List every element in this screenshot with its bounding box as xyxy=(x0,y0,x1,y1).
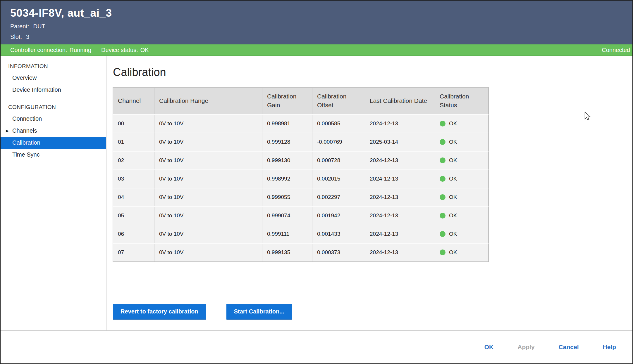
main-panel: Calibration Channel Calibration Range Ca… xyxy=(106,56,632,331)
controller-connection-status: Controller connection:Running xyxy=(10,47,91,53)
table-row: 00 0V to 10V 0.998981 0.000585 2024-12-1… xyxy=(113,115,488,133)
section-title-information: INFORMATION xyxy=(1,60,106,72)
status-ok-icon xyxy=(440,249,445,255)
status-ok-icon xyxy=(440,139,445,145)
table-row: 05 0V to 10V 0.999074 0.001942 2024-12-1… xyxy=(113,207,488,225)
table-row: 03 0V to 10V 0.998992 0.002015 2024-12-1… xyxy=(113,170,488,188)
section-title-configuration: CONFIGURATION xyxy=(1,101,106,113)
table-row: 07 0V to 10V 0.999135 0.000373 2024-12-1… xyxy=(113,243,488,261)
slot-value: 3 xyxy=(26,34,29,40)
status-text: OK xyxy=(449,120,457,127)
table-row: 02 0V to 10V 0.999130 0.000728 2024-12-1… xyxy=(113,151,488,170)
status-left: Controller connection:Running Device sta… xyxy=(10,47,149,53)
status-text: OK xyxy=(449,231,457,237)
status-text: OK xyxy=(449,139,457,145)
status-text: OK xyxy=(449,212,457,219)
table-row: 01 0V to 10V 0.999128 -0.000769 2025-03-… xyxy=(113,133,488,151)
sidebar-item-device-information[interactable]: Device Information xyxy=(1,84,106,96)
calibration-table: Channel Calibration Range Calibration Ga… xyxy=(113,87,488,261)
col-header-calibration-range: Calibration Range xyxy=(154,88,262,115)
status-ok-icon xyxy=(440,194,445,200)
slot-label: Slot: xyxy=(10,34,22,40)
sidebar-item-overview[interactable]: Overview xyxy=(1,72,106,84)
table-row: 06 0V to 10V 0.999111 0.001433 2024-12-1… xyxy=(113,225,488,243)
col-header-calibration-offset: Calibration Offset xyxy=(312,88,365,115)
dialog-footer: OK Apply Cancel Help xyxy=(1,330,632,363)
device-status: Device status:OK xyxy=(101,47,149,53)
app-header: 5034-IF8V, aut_ai_3 Parent:DUT Slot:3 xyxy=(1,1,632,44)
action-button-row: Revert to factory calibration Start Cali… xyxy=(113,304,632,320)
ok-button[interactable]: OK xyxy=(484,344,494,351)
parent-row: Parent:DUT xyxy=(10,23,632,30)
status-text: OK xyxy=(449,249,457,256)
status-text: OK xyxy=(449,194,457,200)
sidebar-item-channels[interactable]: ▶Channels xyxy=(1,125,106,137)
sidebar-item-time-sync[interactable]: Time Sync xyxy=(1,149,106,161)
col-header-calibration-gain: Calibration Gain xyxy=(262,88,312,115)
connection-state-badge: Connected xyxy=(602,47,630,53)
parent-value: DUT xyxy=(33,23,45,30)
device-config-window: 5034-IF8V, aut_ai_3 Parent:DUT Slot:3 Co… xyxy=(0,0,633,364)
start-calibration-button[interactable]: Start Calibration... xyxy=(226,304,292,320)
status-text: OK xyxy=(449,176,457,182)
table-row: 04 0V to 10V 0.999055 0.002297 2024-12-1… xyxy=(113,188,488,207)
status-ok-icon xyxy=(440,121,445,126)
chevron-right-icon[interactable]: ▶ xyxy=(6,129,9,133)
slot-row: Slot:3 xyxy=(10,34,632,40)
cancel-button[interactable]: Cancel xyxy=(559,344,579,351)
status-ok-icon xyxy=(440,157,445,163)
device-title: 5034-IF8V, aut_ai_3 xyxy=(10,7,632,19)
status-ok-icon xyxy=(440,231,445,237)
status-ok-icon xyxy=(440,213,445,219)
connection-status-bar: Controller connection:Running Device sta… xyxy=(1,44,632,56)
sidebar-item-connection[interactable]: Connection xyxy=(1,113,106,125)
page-title: Calibration xyxy=(113,66,632,79)
col-header-channel: Channel xyxy=(113,88,154,115)
parent-label: Parent: xyxy=(10,23,29,30)
table-header-row: Channel Calibration Range Calibration Ga… xyxy=(113,88,488,115)
revert-factory-calibration-button[interactable]: Revert to factory calibration xyxy=(113,304,206,320)
col-header-calibration-status: Calibration Status xyxy=(435,88,488,115)
help-button[interactable]: Help xyxy=(603,344,616,351)
status-text: OK xyxy=(449,157,457,164)
sidebar-item-calibration[interactable]: Calibration xyxy=(1,137,106,149)
sidebar-nav: INFORMATION Overview Device Information … xyxy=(1,56,106,331)
status-ok-icon xyxy=(440,176,445,182)
col-header-last-calibration-date: Last Calibration Date xyxy=(365,88,435,115)
apply-button[interactable]: Apply xyxy=(517,344,534,351)
